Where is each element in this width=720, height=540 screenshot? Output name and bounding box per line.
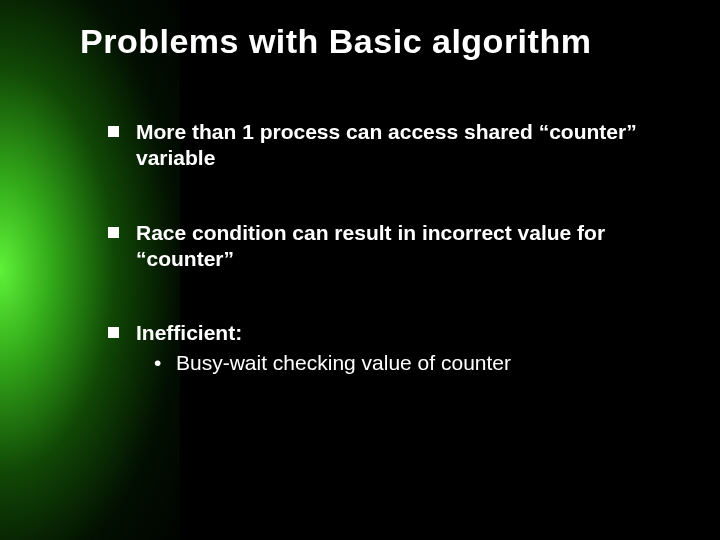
sub-bullet-text: Busy-wait checking value of counter: [176, 351, 511, 374]
bullet-text: Inefficient:: [136, 321, 242, 344]
bullet-list: More than 1 process can access shared “c…: [80, 119, 672, 377]
bullet-text: More than 1 process can access shared “c…: [136, 120, 637, 169]
bullet-text: Race condition can result in incorrect v…: [136, 221, 605, 270]
sub-bullet-item: Busy-wait checking value of counter: [154, 350, 672, 376]
slide: Problems with Basic algorithm More than …: [0, 0, 720, 540]
bullet-item: Race condition can result in incorrect v…: [108, 220, 672, 273]
sub-bullet-list: Busy-wait checking value of counter: [136, 350, 672, 376]
bullet-item: Inefficient: Busy-wait checking value of…: [108, 320, 672, 377]
slide-title: Problems with Basic algorithm: [80, 22, 672, 61]
bullet-item: More than 1 process can access shared “c…: [108, 119, 672, 172]
